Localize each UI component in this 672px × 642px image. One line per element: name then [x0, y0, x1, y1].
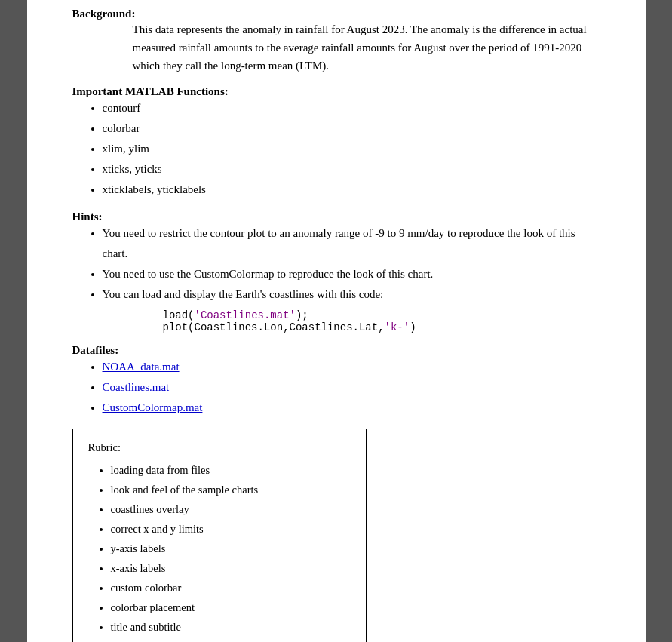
code-plot-suffix: ): [410, 321, 416, 333]
code-semicolon: );: [296, 309, 308, 321]
hint-2: You need to use the CustomColormap to re…: [103, 268, 434, 280]
list-item: xticklabels, yticklabels: [103, 180, 600, 200]
list-item: You need to restrict the contour plot to…: [103, 223, 600, 264]
background-section: Background: This data represents the ano…: [72, 8, 600, 75]
datafiles-list: NOAA_data.mat Coastlines.mat CustomColor…: [103, 357, 600, 418]
list-item: NOAA_data.mat: [103, 357, 600, 377]
hint-3: You can load and display the Earth's coa…: [103, 288, 384, 300]
list-item: look and feel of the sample charts: [111, 480, 351, 499]
code-block: load('Coastlines.mat'); plot(Coastlines.…: [163, 309, 600, 333]
code-line-1: load('Coastlines.mat');: [163, 309, 600, 321]
list-item: y-axis labels: [111, 539, 351, 558]
hints-list: You need to restrict the contour plot to…: [103, 223, 600, 305]
page-container: Background: This data represents the ano…: [27, 0, 646, 642]
list-item: You can load and display the Earth's coa…: [103, 284, 600, 305]
rubric-items-list: loading data from files look and feel of…: [111, 460, 351, 637]
rubric-box: Rubric: loading data from files look and…: [72, 429, 367, 642]
list-item: You need to use the CustomColormap to re…: [103, 264, 600, 284]
matlab-func-3: xlim, ylim: [103, 143, 150, 155]
rubric-title: Rubric:: [88, 438, 351, 457]
matlab-label: Important MATLAB Functions:: [72, 85, 229, 97]
list-item: correct x and y limits: [111, 519, 351, 539]
list-item: CustomColormap.mat: [103, 398, 600, 418]
hints-label: Hints:: [72, 210, 103, 223]
datafiles-label: Datafiles:: [72, 344, 119, 356]
list-item: colorbar: [103, 118, 600, 139]
matlab-func-1: contourf: [103, 102, 141, 114]
code-k-string: 'k-': [385, 321, 410, 333]
code-coastlines-string: 'Coastlines.mat': [195, 309, 296, 321]
list-item: Coastlines.mat: [103, 377, 600, 398]
matlab-section: Important MATLAB Functions: contourf col…: [72, 85, 600, 200]
list-item: xlim, ylim: [103, 139, 600, 159]
noaa-data-link[interactable]: NOAA_data.mat: [103, 361, 180, 373]
hint-1: You need to restrict the contour plot to…: [103, 227, 575, 260]
list-item: title and subtitle: [111, 617, 351, 637]
code-line-2: plot(Coastlines.Lon,Coastlines.Lat,'k-'): [163, 321, 600, 333]
hints-section: Hints: You need to restrict the contour …: [72, 210, 600, 333]
matlab-func-5: xticklabels, yticklabels: [103, 183, 206, 195]
list-item: contourf: [103, 98, 600, 118]
list-item: custom colorbar: [111, 578, 351, 597]
coastlines-link[interactable]: Coastlines.mat: [103, 381, 170, 393]
list-item: x-axis labels: [111, 558, 351, 578]
list-item: colorbar placement: [111, 597, 351, 617]
datafiles-section: Datafiles: NOAA_data.mat Coastlines.mat …: [72, 344, 600, 418]
background-label: Background:: [72, 8, 136, 20]
background-text: This data represents the anomaly in rain…: [133, 20, 600, 75]
custom-colormap-link[interactable]: CustomColormap.mat: [103, 401, 203, 413]
code-load: load(: [163, 309, 195, 321]
matlab-func-4: xticks, yticks: [103, 163, 162, 175]
code-plot-prefix: plot(Coastlines.Lon,Coastlines.Lat,: [163, 321, 385, 333]
list-item: coastlines overlay: [111, 499, 351, 519]
matlab-functions-list: contourf colorbar xlim, ylim xticks, yti…: [103, 98, 600, 200]
list-item: xticks, yticks: [103, 159, 600, 180]
list-item: loading data from files: [111, 460, 351, 480]
matlab-func-2: colorbar: [103, 122, 140, 134]
